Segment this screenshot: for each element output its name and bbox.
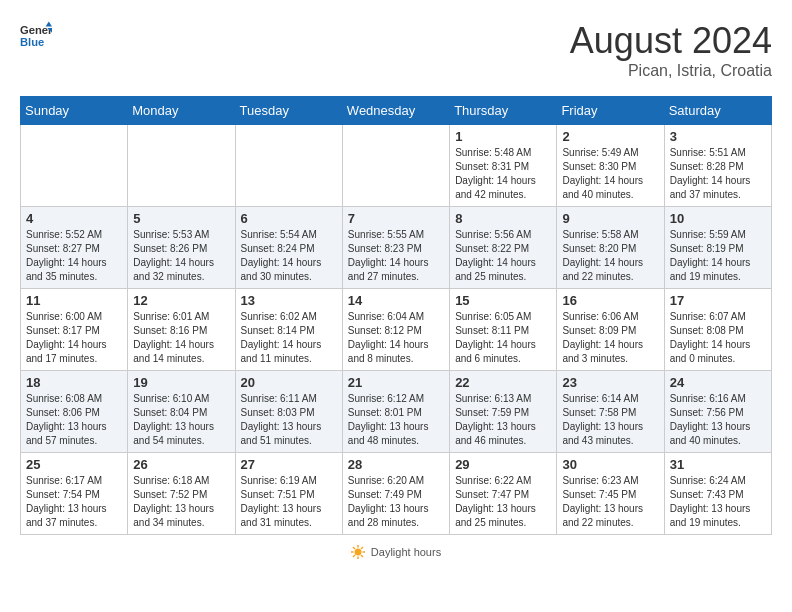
- svg-line-12: [353, 555, 355, 557]
- day-number: 31: [670, 457, 766, 472]
- calendar-cell: 27Sunrise: 6:19 AM Sunset: 7:51 PM Dayli…: [235, 453, 342, 535]
- calendar-cell: 24Sunrise: 6:16 AM Sunset: 7:56 PM Dayli…: [664, 371, 771, 453]
- day-number: 22: [455, 375, 551, 390]
- footer-label: Daylight hours: [371, 546, 441, 558]
- day-info: Sunrise: 6:23 AM Sunset: 7:45 PM Dayligh…: [562, 474, 658, 530]
- column-header-monday: Monday: [128, 97, 235, 125]
- week-row-5: 25Sunrise: 6:17 AM Sunset: 7:54 PM Dayli…: [21, 453, 772, 535]
- calendar-cell: 4Sunrise: 5:52 AM Sunset: 8:27 PM Daylig…: [21, 207, 128, 289]
- day-number: 3: [670, 129, 766, 144]
- day-number: 6: [241, 211, 337, 226]
- day-info: Sunrise: 5:52 AM Sunset: 8:27 PM Dayligh…: [26, 228, 122, 284]
- week-row-4: 18Sunrise: 6:08 AM Sunset: 8:06 PM Dayli…: [21, 371, 772, 453]
- day-number: 1: [455, 129, 551, 144]
- day-info: Sunrise: 5:53 AM Sunset: 8:26 PM Dayligh…: [133, 228, 229, 284]
- day-number: 25: [26, 457, 122, 472]
- month-title: August 2024: [570, 20, 772, 62]
- calendar-cell: 14Sunrise: 6:04 AM Sunset: 8:12 PM Dayli…: [342, 289, 449, 371]
- calendar-cell: 20Sunrise: 6:11 AM Sunset: 8:03 PM Dayli…: [235, 371, 342, 453]
- calendar-cell: 6Sunrise: 5:54 AM Sunset: 8:24 PM Daylig…: [235, 207, 342, 289]
- day-number: 17: [670, 293, 766, 308]
- calendar-cell: 25Sunrise: 6:17 AM Sunset: 7:54 PM Dayli…: [21, 453, 128, 535]
- day-number: 29: [455, 457, 551, 472]
- logo: General Blue General Blue: [20, 20, 52, 52]
- week-row-3: 11Sunrise: 6:00 AM Sunset: 8:17 PM Dayli…: [21, 289, 772, 371]
- calendar-cell: 30Sunrise: 6:23 AM Sunset: 7:45 PM Dayli…: [557, 453, 664, 535]
- column-header-tuesday: Tuesday: [235, 97, 342, 125]
- day-info: Sunrise: 5:54 AM Sunset: 8:24 PM Dayligh…: [241, 228, 337, 284]
- day-number: 14: [348, 293, 444, 308]
- day-info: Sunrise: 6:04 AM Sunset: 8:12 PM Dayligh…: [348, 310, 444, 366]
- calendar-cell: 15Sunrise: 6:05 AM Sunset: 8:11 PM Dayli…: [450, 289, 557, 371]
- calendar-cell: [21, 125, 128, 207]
- calendar-cell: [342, 125, 449, 207]
- calendar-cell: 29Sunrise: 6:22 AM Sunset: 7:47 PM Dayli…: [450, 453, 557, 535]
- page-header: General Blue General Blue August 2024 Pi…: [20, 20, 772, 80]
- day-number: 27: [241, 457, 337, 472]
- day-info: Sunrise: 5:59 AM Sunset: 8:19 PM Dayligh…: [670, 228, 766, 284]
- day-info: Sunrise: 6:22 AM Sunset: 7:47 PM Dayligh…: [455, 474, 551, 530]
- calendar-cell: 5Sunrise: 5:53 AM Sunset: 8:26 PM Daylig…: [128, 207, 235, 289]
- day-number: 18: [26, 375, 122, 390]
- svg-line-9: [353, 547, 355, 549]
- sun-icon: [351, 545, 365, 559]
- calendar-cell: 1Sunrise: 5:48 AM Sunset: 8:31 PM Daylig…: [450, 125, 557, 207]
- calendar-cell: 13Sunrise: 6:02 AM Sunset: 8:14 PM Dayli…: [235, 289, 342, 371]
- day-number: 12: [133, 293, 229, 308]
- day-number: 11: [26, 293, 122, 308]
- calendar-table: SundayMondayTuesdayWednesdayThursdayFrid…: [20, 96, 772, 535]
- day-number: 19: [133, 375, 229, 390]
- calendar-cell: [235, 125, 342, 207]
- day-number: 20: [241, 375, 337, 390]
- day-number: 4: [26, 211, 122, 226]
- svg-point-4: [354, 549, 361, 556]
- calendar-cell: 26Sunrise: 6:18 AM Sunset: 7:52 PM Dayli…: [128, 453, 235, 535]
- calendar-cell: 8Sunrise: 5:56 AM Sunset: 8:22 PM Daylig…: [450, 207, 557, 289]
- day-info: Sunrise: 6:24 AM Sunset: 7:43 PM Dayligh…: [670, 474, 766, 530]
- day-number: 2: [562, 129, 658, 144]
- day-number: 7: [348, 211, 444, 226]
- day-info: Sunrise: 6:18 AM Sunset: 7:52 PM Dayligh…: [133, 474, 229, 530]
- day-info: Sunrise: 6:08 AM Sunset: 8:06 PM Dayligh…: [26, 392, 122, 448]
- calendar-cell: 19Sunrise: 6:10 AM Sunset: 8:04 PM Dayli…: [128, 371, 235, 453]
- column-header-friday: Friday: [557, 97, 664, 125]
- calendar-cell: [128, 125, 235, 207]
- title-block: August 2024 Pican, Istria, Croatia: [570, 20, 772, 80]
- day-info: Sunrise: 6:06 AM Sunset: 8:09 PM Dayligh…: [562, 310, 658, 366]
- logo-icon: General Blue: [20, 20, 52, 52]
- footer: Daylight hours: [20, 545, 772, 561]
- calendar-cell: 17Sunrise: 6:07 AM Sunset: 8:08 PM Dayli…: [664, 289, 771, 371]
- day-info: Sunrise: 6:02 AM Sunset: 8:14 PM Dayligh…: [241, 310, 337, 366]
- day-info: Sunrise: 6:11 AM Sunset: 8:03 PM Dayligh…: [241, 392, 337, 448]
- day-number: 23: [562, 375, 658, 390]
- week-row-2: 4Sunrise: 5:52 AM Sunset: 8:27 PM Daylig…: [21, 207, 772, 289]
- day-number: 30: [562, 457, 658, 472]
- calendar-cell: 3Sunrise: 5:51 AM Sunset: 8:28 PM Daylig…: [664, 125, 771, 207]
- calendar-cell: 10Sunrise: 5:59 AM Sunset: 8:19 PM Dayli…: [664, 207, 771, 289]
- day-info: Sunrise: 6:13 AM Sunset: 7:59 PM Dayligh…: [455, 392, 551, 448]
- day-info: Sunrise: 5:49 AM Sunset: 8:30 PM Dayligh…: [562, 146, 658, 202]
- day-number: 24: [670, 375, 766, 390]
- calendar-cell: 2Sunrise: 5:49 AM Sunset: 8:30 PM Daylig…: [557, 125, 664, 207]
- calendar-cell: 11Sunrise: 6:00 AM Sunset: 8:17 PM Dayli…: [21, 289, 128, 371]
- day-number: 13: [241, 293, 337, 308]
- day-number: 9: [562, 211, 658, 226]
- day-info: Sunrise: 6:12 AM Sunset: 8:01 PM Dayligh…: [348, 392, 444, 448]
- calendar-cell: 7Sunrise: 5:55 AM Sunset: 8:23 PM Daylig…: [342, 207, 449, 289]
- day-number: 21: [348, 375, 444, 390]
- calendar-cell: 31Sunrise: 6:24 AM Sunset: 7:43 PM Dayli…: [664, 453, 771, 535]
- column-header-saturday: Saturday: [664, 97, 771, 125]
- calendar-cell: 23Sunrise: 6:14 AM Sunset: 7:58 PM Dayli…: [557, 371, 664, 453]
- day-info: Sunrise: 5:55 AM Sunset: 8:23 PM Dayligh…: [348, 228, 444, 284]
- day-number: 10: [670, 211, 766, 226]
- day-info: Sunrise: 6:16 AM Sunset: 7:56 PM Dayligh…: [670, 392, 766, 448]
- day-number: 8: [455, 211, 551, 226]
- day-number: 16: [562, 293, 658, 308]
- week-row-1: 1Sunrise: 5:48 AM Sunset: 8:31 PM Daylig…: [21, 125, 772, 207]
- day-info: Sunrise: 5:48 AM Sunset: 8:31 PM Dayligh…: [455, 146, 551, 202]
- column-header-wednesday: Wednesday: [342, 97, 449, 125]
- calendar-cell: 21Sunrise: 6:12 AM Sunset: 8:01 PM Dayli…: [342, 371, 449, 453]
- day-info: Sunrise: 6:20 AM Sunset: 7:49 PM Dayligh…: [348, 474, 444, 530]
- day-info: Sunrise: 6:10 AM Sunset: 8:04 PM Dayligh…: [133, 392, 229, 448]
- day-info: Sunrise: 6:01 AM Sunset: 8:16 PM Dayligh…: [133, 310, 229, 366]
